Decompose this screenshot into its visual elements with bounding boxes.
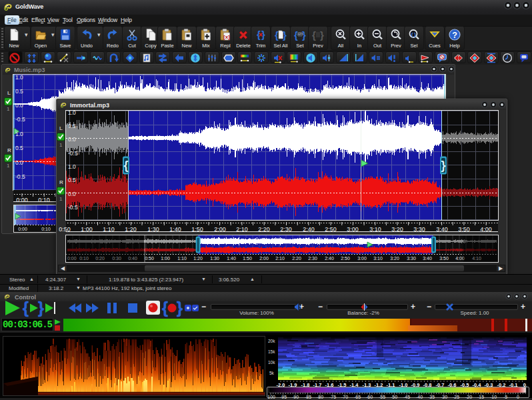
svg-text:-30: -30	[441, 395, 447, 399]
svg-text:-20: -20	[465, 395, 472, 399]
svg-text:-80: -80	[317, 395, 323, 399]
svg-text:-100: -100	[267, 395, 275, 399]
svg-text:-90: -90	[292, 395, 299, 399]
svg-text:-10: -10	[490, 395, 497, 399]
svg-text:-25: -25	[453, 395, 459, 399]
svg-text:-65: -65	[354, 395, 361, 399]
svg-text:-70: -70	[341, 395, 348, 399]
svg-text:{: {	[23, 299, 29, 317]
svg-text:-50: -50	[391, 395, 397, 399]
svg-text:-45: -45	[403, 395, 410, 399]
svg-text:-40: -40	[416, 395, 423, 399]
svg-text:-75: -75	[329, 395, 336, 399]
svg-text:-35: -35	[428, 395, 435, 399]
svg-text:-15: -15	[477, 395, 484, 399]
svg-text:}: }	[177, 299, 183, 317]
svg-text:}: }	[38, 299, 44, 317]
svg-text:-5: -5	[503, 395, 507, 399]
svg-text:0: 0	[517, 395, 519, 399]
svg-text:-95: -95	[280, 395, 287, 399]
svg-text:{: {	[162, 299, 168, 317]
svg-text:-85: -85	[305, 395, 311, 399]
svg-text:-60: -60	[366, 395, 373, 399]
svg-text:-55: -55	[379, 395, 385, 399]
